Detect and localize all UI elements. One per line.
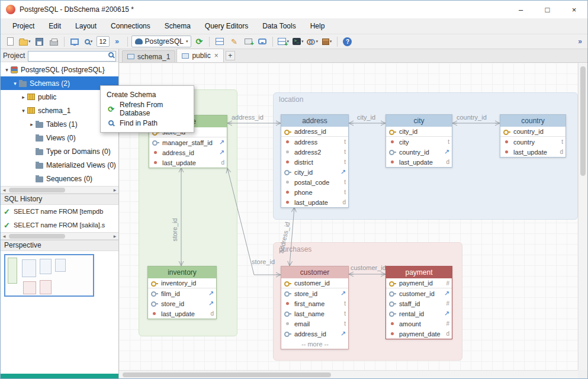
table-more-row[interactable]: -- more -- xyxy=(281,339,348,349)
canvas-horizontal-scrollbar[interactable] xyxy=(119,370,578,378)
table-address[interactable]: addressaddress_idaddresstaddress2tdistri… xyxy=(281,114,349,208)
table-column[interactable]: manager_staff_id↗ xyxy=(149,137,227,147)
table-column[interactable]: address_id↗ xyxy=(281,329,348,339)
sql-history-item[interactable]: ✓SELECT name FROM [tempdb xyxy=(1,205,118,219)
table-column[interactable]: store_id↗ xyxy=(148,298,216,309)
table-column[interactable]: country_id↗ xyxy=(386,147,452,157)
table-column[interactable]: last_updated xyxy=(386,157,452,167)
tree-item-materialized-views-0[interactable]: Materialized Views (0) xyxy=(1,158,118,172)
table-column[interactable]: last_updated xyxy=(148,309,216,319)
table-customer[interactable]: customercustomer_idstore_id↗first_nametl… xyxy=(281,266,349,349)
table-column[interactable]: inventory_id xyxy=(148,278,216,288)
toolbar-overflow-button[interactable]: » xyxy=(576,37,584,46)
relations-button[interactable]: ▾ xyxy=(306,36,319,48)
scrollbar-thumb[interactable] xyxy=(9,188,65,192)
menu-layout[interactable]: Layout xyxy=(68,18,104,34)
table-column[interactable]: city_id xyxy=(386,127,452,137)
table-header[interactable]: city xyxy=(386,115,452,127)
chevron-down-icon[interactable]: ▾ xyxy=(3,67,11,73)
table-column[interactable]: postal_codet xyxy=(281,177,348,187)
chevron-right-icon[interactable]: ▸ xyxy=(28,121,36,127)
table-column[interactable]: addresst xyxy=(281,137,348,147)
table-column[interactable]: last_namet xyxy=(281,309,348,319)
open-button[interactable]: ▾ xyxy=(18,36,32,48)
table-column[interactable]: store_id↗ xyxy=(281,288,348,298)
scrollbar-thumb[interactable] xyxy=(580,66,586,176)
help-button[interactable]: ? xyxy=(341,36,354,48)
perspective-viewport[interactable] xyxy=(4,254,94,297)
chevron-down-icon[interactable]: ▾ xyxy=(20,108,27,114)
menu-edit[interactable]: Edit xyxy=(41,18,68,34)
table-column[interactable]: payment_id# xyxy=(386,278,452,288)
table-column[interactable]: city_id↗ xyxy=(281,167,348,177)
sql-history-header[interactable]: SQL History xyxy=(1,194,118,205)
project-search-input[interactable] xyxy=(28,51,116,62)
print-button[interactable] xyxy=(47,36,60,48)
new-table-button[interactable]: ▾ xyxy=(277,36,290,48)
scrollbar-thumb[interactable] xyxy=(9,234,65,239)
table-column[interactable]: payment_dated xyxy=(386,329,452,339)
font-size-box[interactable]: 12 xyxy=(97,36,110,47)
chevron-down-icon[interactable]: ▾ xyxy=(11,81,19,86)
context-menu-item-create-schema[interactable]: Create Schema xyxy=(101,88,194,102)
perspective-thumbnail[interactable] xyxy=(1,251,118,374)
edit-button[interactable]: ✎ xyxy=(227,36,240,48)
save-button[interactable] xyxy=(33,36,46,48)
chevron-right-icon[interactable]: ▸ xyxy=(20,94,27,100)
table-column[interactable]: first_namet xyxy=(281,298,348,309)
menu-project[interactable]: Project xyxy=(5,18,41,34)
tab-public[interactable]: public× xyxy=(176,49,223,62)
table-inventory[interactable]: inventoryinventory_idfilm_id↗store_id↗la… xyxy=(147,266,217,319)
table-city[interactable]: citycity_idcitytcountry_id↗last_updated xyxy=(385,114,452,168)
layout-button[interactable] xyxy=(68,36,81,48)
menu-help[interactable]: Help xyxy=(303,18,332,34)
table-header[interactable]: payment xyxy=(386,266,452,278)
connection-select[interactable]: PostgreSQL▾ xyxy=(131,36,192,47)
tree-item-postgresql-postgresql[interactable]: ▾PostgreSQL {PostgreSQL} xyxy=(1,63,118,76)
maximize-button[interactable]: □ xyxy=(534,1,561,18)
table-column[interactable]: staff_id# xyxy=(386,298,452,309)
table-list-button[interactable] xyxy=(213,36,226,48)
new-layout-button[interactable] xyxy=(242,36,255,48)
table-column[interactable]: last_updated xyxy=(149,158,227,168)
minimize-button[interactable]: – xyxy=(507,1,534,18)
menu-query-editors[interactable]: Query Editors xyxy=(198,18,255,34)
tab-schema-1[interactable]: schema_1 xyxy=(122,50,175,62)
table-payment[interactable]: paymentpayment_id#customer_id↗staff_id#r… xyxy=(385,266,452,339)
refresh-schema-button[interactable]: ⟳ xyxy=(192,36,205,48)
table-column[interactable]: address_id↗ xyxy=(149,147,227,158)
sql-horizontal-scrollbar[interactable]: ◀ ▶ xyxy=(1,232,118,240)
table-column[interactable]: phonet xyxy=(281,187,348,197)
table-header[interactable]: customer xyxy=(281,266,348,278)
canvas-vertical-scrollbar[interactable] xyxy=(578,63,587,370)
table-header[interactable]: address xyxy=(281,115,348,127)
table-column[interactable]: cityt xyxy=(386,137,452,147)
table-column[interactable]: address2t xyxy=(281,147,348,157)
tree-item-type-or-domains-0[interactable]: Type or Domains (0) xyxy=(1,144,118,158)
table-column[interactable]: last_updated xyxy=(281,197,348,207)
table-header[interactable]: inventory xyxy=(148,266,216,278)
table-column[interactable]: emailt xyxy=(281,319,348,329)
scroll-right-icon[interactable]: ▶ xyxy=(111,233,118,239)
table-column[interactable]: country_id xyxy=(500,127,565,137)
table-header[interactable]: country xyxy=(500,115,565,127)
perspective-header[interactable]: Perspective xyxy=(1,240,118,251)
menu-schema[interactable]: Schema xyxy=(158,18,198,34)
scrollbar-thumb[interactable] xyxy=(123,372,331,377)
tree-horizontal-scrollbar[interactable]: ◀ ▶ xyxy=(1,186,118,194)
table-column[interactable]: address_id xyxy=(281,127,348,137)
add-tab-button[interactable]: + xyxy=(226,51,235,60)
tree-item-views-0[interactable]: Views (0) xyxy=(1,131,118,144)
close-button[interactable]: × xyxy=(561,1,587,18)
virtual-fk-button[interactable]: ▾ xyxy=(320,36,333,48)
sql-editor-button[interactable]: >_▾ xyxy=(291,36,305,48)
table-country[interactable]: countrycountry_idcountrytlast_updated xyxy=(500,114,566,158)
table-column[interactable]: countryt xyxy=(500,137,565,147)
expand-all-button[interactable]: » xyxy=(111,36,124,48)
table-column[interactable]: amount# xyxy=(386,319,452,329)
menu-data-tools[interactable]: Data Tools xyxy=(255,18,303,34)
table-column[interactable]: districtt xyxy=(281,157,348,167)
sql-history-item[interactable]: ✓SELECT name FROM [sakila].s xyxy=(1,219,118,232)
menu-connections[interactable]: Connections xyxy=(104,18,158,34)
scroll-left-icon[interactable]: ◀ xyxy=(1,233,8,239)
